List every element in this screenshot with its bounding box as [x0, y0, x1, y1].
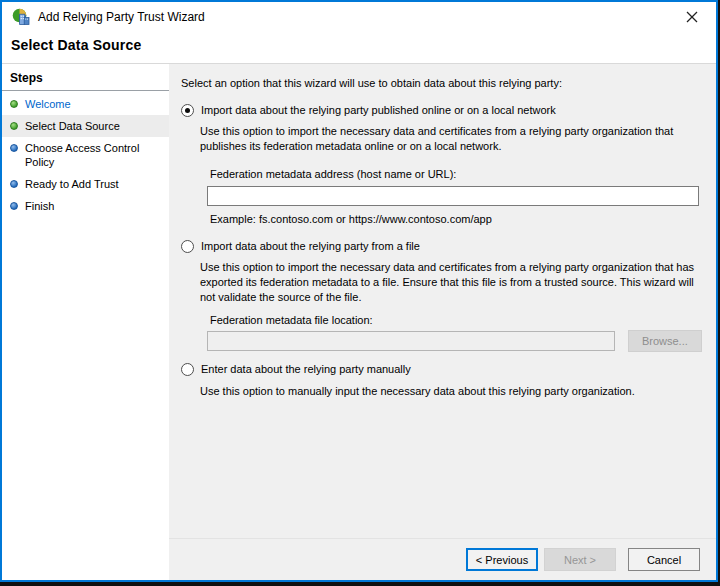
intro-text: Select an option that this wizard will u… — [181, 76, 702, 90]
step-welcome[interactable]: Welcome — [2, 93, 169, 115]
metadata-file-input — [207, 331, 615, 351]
steps-sidebar: Steps Welcome Select Data Source Choose … — [2, 64, 169, 580]
radio-option-import-online[interactable]: Import data about the relying party publ… — [181, 103, 702, 117]
option-description: Use this option to import the necessary … — [200, 260, 702, 305]
step-done-bullet-icon — [10, 100, 18, 108]
page-title: Select Data Source — [11, 37, 716, 53]
metadata-address-example: Example: fs.contoso.com or https://www.c… — [210, 212, 702, 226]
adfs-wizard-icon — [12, 8, 30, 26]
radio-option-enter-manually[interactable]: Enter data about the relying party manua… — [181, 362, 702, 376]
radio-option-import-file[interactable]: Import data about the relying party from… — [181, 239, 702, 253]
step-ready-to-add-trust: Ready to Add Trust — [2, 173, 169, 195]
radio-unselected-icon[interactable] — [181, 240, 194, 253]
radio-label: Enter data about the relying party manua… — [201, 362, 411, 376]
steps-list: Welcome Select Data Source Choose Access… — [2, 91, 169, 217]
step-todo-bullet-icon — [10, 202, 18, 210]
browse-button: Browse... — [628, 330, 702, 352]
step-done-bullet-icon — [10, 122, 18, 130]
next-button: Next > — [544, 548, 616, 571]
wizard-button-bar: < Previous Next > Cancel — [169, 538, 716, 580]
radio-label: Import data about the relying party from… — [201, 239, 420, 253]
step-choose-access-control-policy: Choose Access Control Policy — [2, 137, 169, 173]
wizard-window: Add Relying Party Trust Wizard Select Da… — [0, 0, 718, 582]
previous-button[interactable]: < Previous — [466, 548, 538, 571]
close-button[interactable] — [678, 4, 706, 30]
metadata-file-label: Federation metadata file location: — [210, 313, 702, 327]
step-select-data-source: Select Data Source — [2, 115, 169, 137]
main-content: Select an option that this wizard will u… — [169, 64, 716, 538]
step-todo-bullet-icon — [10, 144, 18, 152]
page-header: Select Data Source — [2, 32, 716, 64]
steps-heading: Steps — [2, 64, 169, 91]
option-description: Use this option to manually input the ne… — [200, 384, 702, 399]
window-title: Add Relying Party Trust Wizard — [38, 10, 205, 24]
step-finish: Finish — [2, 195, 169, 217]
option-description: Use this option to import the necessary … — [200, 124, 702, 154]
radio-selected-icon[interactable] — [181, 104, 194, 117]
radio-unselected-icon[interactable] — [181, 363, 194, 376]
step-todo-bullet-icon — [10, 180, 18, 188]
close-icon — [685, 10, 699, 24]
cancel-button[interactable]: Cancel — [628, 548, 700, 571]
metadata-address-input[interactable] — [207, 186, 699, 206]
metadata-address-label: Federation metadata address (host name o… — [210, 167, 702, 181]
title-bar[interactable]: Add Relying Party Trust Wizard — [2, 2, 716, 32]
radio-label: Import data about the relying party publ… — [201, 103, 556, 117]
